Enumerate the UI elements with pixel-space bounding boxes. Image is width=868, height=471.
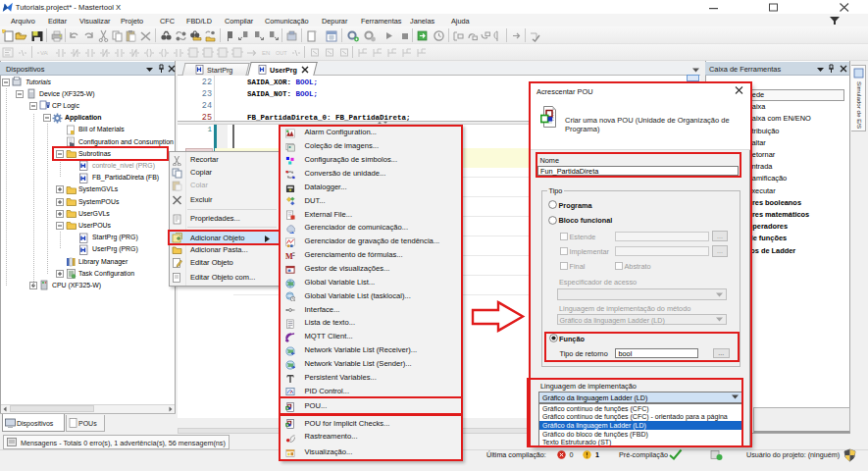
svg-text:OUT: OUT	[276, 50, 287, 56]
svg-text:EN: EN	[262, 50, 270, 56]
svg-text:VAR: VAR	[40, 50, 48, 56]
